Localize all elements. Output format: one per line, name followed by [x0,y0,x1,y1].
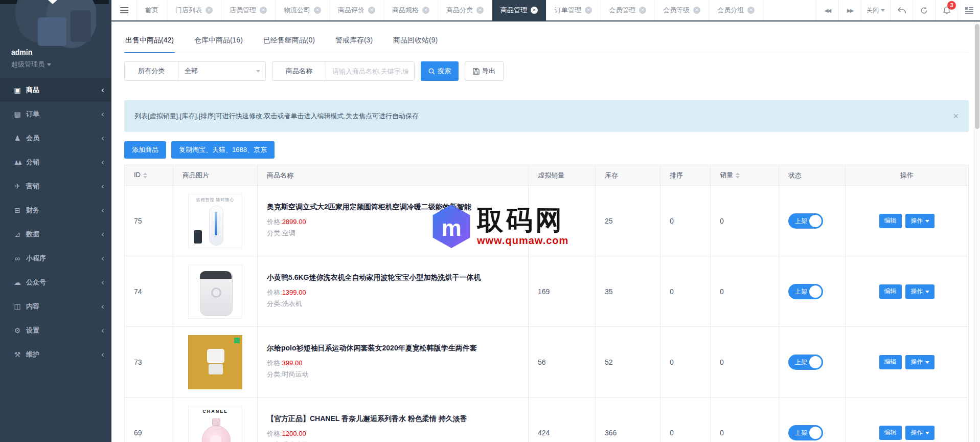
export-button[interactable]: 导出 [465,61,504,81]
refresh-button[interactable] [913,0,935,20]
tab-close-icon[interactable]: × [476,7,484,14]
tab-close-icon[interactable]: × [639,7,646,14]
top-tab[interactable]: 店员管理 × [221,0,276,20]
cell-stock[interactable]: 35 [596,256,660,327]
row-action-button[interactable]: 操作 [905,355,935,369]
notifications-button[interactable]: 3 [935,0,958,20]
tab-close-icon[interactable]: × [693,7,700,14]
header-id[interactable]: ID [125,165,173,186]
sidebar-item[interactable]: 分销 ‹ [0,150,111,174]
goods-table: ID 商品图片 商品名称 虚拟销量 库存 排序 销量 状态 操作 75 远程智控… [124,165,969,442]
top-tab[interactable]: 商品管理 × [492,0,546,20]
cell-virtual-sales[interactable]: 56 [529,327,596,397]
sub-tab[interactable]: 仓库中商品(16) [193,33,244,53]
add-goods-button[interactable]: 添加商品 [124,141,166,159]
sidebar-item[interactable]: 订单 ‹ [0,102,111,126]
tab-close-icon[interactable]: × [747,7,755,14]
product-image[interactable] [188,335,242,389]
goods-name-input[interactable] [326,62,414,80]
cell-stock[interactable]: 52 [596,327,660,397]
alert-close-icon[interactable]: × [953,112,959,121]
sidebar-item[interactable]: 维护 ‹ [0,342,111,366]
sort-icon[interactable] [736,170,740,181]
status-toggle[interactable]: 上架 [788,425,823,440]
cell-stock[interactable]: 366 [596,397,660,442]
status-toggle[interactable]: 上架 [788,355,823,370]
sub-tab[interactable]: 已经售罄商品(0) [262,33,316,53]
top-tab-label: 店员管理 [230,6,256,15]
caret-down-icon [925,220,929,225]
top-tab[interactable]: 商品分类 × [438,0,492,20]
sub-tab[interactable]: 警戒库存(3) [334,33,374,53]
tab-close-icon[interactable]: × [585,7,592,14]
edit-button[interactable]: 编辑 [879,214,902,228]
top-tab[interactable]: 商品规格 × [384,0,438,20]
sidebar-item[interactable]: 设置 ‹ [0,318,111,342]
tab-close-icon[interactable]: × [206,7,213,14]
cell-sort[interactable]: 0 [660,186,711,256]
edit-button[interactable]: 编辑 [879,426,902,440]
search-button[interactable]: 搜索 [421,61,459,81]
edit-button[interactable]: 编辑 [879,355,902,369]
top-tab[interactable]: 门店列表 × [167,0,221,20]
sub-tab[interactable]: 出售中商品(42) [124,33,175,53]
sidebar-item[interactable]: 营销 ‹ [0,174,111,198]
row-action-button[interactable]: 操作 [905,214,935,228]
cell-id: 69 [125,397,173,442]
row-action-button[interactable]: 操作 [905,284,935,299]
top-tab[interactable]: 商品评价 × [330,0,384,20]
product-image[interactable]: CHANEL [188,406,242,442]
tab-close-icon[interactable]: × [422,7,429,14]
sidebar-item[interactable]: 内容 ‹ [0,294,111,318]
tab-close-icon[interactable]: × [314,7,321,14]
back-button[interactable] [890,0,913,20]
top-tab[interactable]: 会员等级 × [655,0,709,20]
product-image[interactable]: 远程智控 随时随心 [188,194,242,248]
sidebar-item[interactable]: 公众号 ‹ [0,270,111,294]
layout-toggle-button[interactable] [958,0,980,20]
cell-virtual-sales[interactable]: 424 [529,397,596,442]
scroll-tabs-right-button[interactable]: ▶▶ [838,0,861,20]
top-tab[interactable]: 物流公司 × [276,0,330,20]
sidebar-item[interactable]: 财务 ‹ [0,198,111,222]
scrollbar-thumb[interactable] [975,24,979,129]
header-sales[interactable]: 销量 [711,165,779,186]
sidebar-item[interactable]: 数据 ‹ [0,222,111,246]
table-header: ID 商品图片 商品名称 虚拟销量 库存 排序 销量 状态 操作 [125,165,969,186]
cell-sort[interactable]: 0 [660,397,711,442]
scroll-tabs-left-button[interactable]: ◀◀ [816,0,838,20]
cell-actions: 编辑 操作 [846,327,969,397]
user-role-dropdown[interactable]: 超级管理员 [11,60,51,69]
status-toggle[interactable]: 上架 [788,284,823,299]
sidebar-item[interactable]: 商品 ‹ [0,78,111,102]
cell-sort[interactable]: 0 [660,327,711,397]
chevron-left-icon: ‹ [101,302,104,311]
top-tab[interactable]: 会员管理 × [601,0,655,20]
tab-close-icon[interactable]: × [531,7,538,14]
cell-virtual-sales[interactable]: 169 [529,256,596,327]
top-tab[interactable]: 会员分组 × [709,0,763,20]
tab-close-icon[interactable]: × [260,7,267,14]
close-tabs-dropdown[interactable]: 关闭 [861,0,890,20]
miniprogram-icon [12,254,22,262]
category-select[interactable]: 全部 [178,62,265,80]
tab-close-icon[interactable]: × [368,7,375,14]
product-image[interactable] [188,264,242,319]
top-tab[interactable]: 订单管理 × [546,0,601,20]
sidebar-item[interactable]: 会员 ‹ [0,126,111,150]
product-image-detail [210,435,221,442]
sort-icon[interactable] [143,170,147,181]
top-tab[interactable]: 首页 × [137,0,167,20]
sidebar-item[interactable]: 小程序 ‹ [0,246,111,270]
menu-toggle-button[interactable] [111,0,137,20]
chevron-left-icon: ‹ [101,134,104,142]
cell-stock[interactable]: 25 [596,186,660,256]
sub-tab[interactable]: 商品回收站(9) [392,33,439,53]
product-image-detail [194,230,202,244]
status-toggle[interactable]: 上架 [788,213,823,229]
row-action-button[interactable]: 操作 [905,426,935,440]
cell-sort[interactable]: 0 [660,256,711,327]
cell-virtual-sales[interactable] [529,186,596,256]
edit-button[interactable]: 编辑 [879,284,902,299]
copy-goods-button[interactable]: 复制淘宝、天猫、1688、京东 [171,141,275,159]
